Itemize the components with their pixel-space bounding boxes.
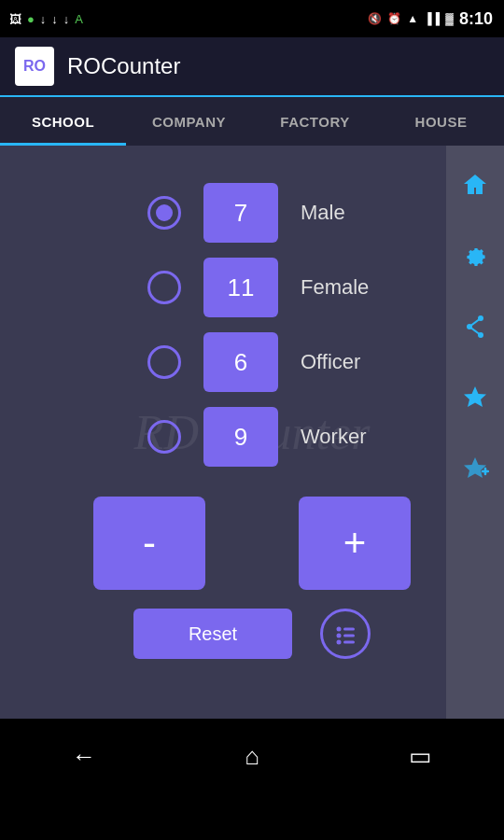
counter-value-worker: 9 — [203, 407, 278, 467]
share-icon — [462, 314, 488, 340]
tab-school[interactable]: SCHOOL — [0, 97, 126, 146]
counter-value-officer: 6 — [203, 332, 278, 392]
status-bar: 🖼 ● ↓ ↓ ↓ A 🔇 ⏰ ▲ ▐▐ ▓ 8:10 — [0, 0, 504, 37]
download2-status-icon: ↓ — [51, 12, 58, 26]
counter-label-female: Female — [301, 275, 385, 300]
gear-icon — [461, 242, 489, 270]
radio-female[interactable] — [147, 271, 181, 304]
svg-line-10 — [469, 327, 481, 335]
list-icon — [332, 621, 358, 647]
counter-rows: 7 Male 11 Female 6 Officer 9 Worker — [119, 183, 385, 467]
side-settings-button[interactable] — [450, 222, 500, 289]
main-content: RD Counter 7 Male 11 Female 6 Officer 9 … — [0, 146, 504, 719]
svg-rect-1 — [343, 628, 355, 631]
leaf-status-icon: ● — [27, 12, 35, 26]
increment-button[interactable]: + — [299, 497, 411, 590]
status-time: 8:10 — [459, 9, 493, 29]
status-right-info: 🔇 ⏰ ▲ ▐▐ ▓ 8:10 — [368, 9, 493, 29]
control-buttons: - + — [93, 497, 411, 590]
side-share-button[interactable] — [450, 293, 500, 360]
recent-button[interactable]: ▭ — [392, 733, 448, 779]
counter-value-male: 7 — [203, 183, 278, 243]
tab-house[interactable]: HOUSE — [378, 97, 504, 146]
counter-row-female: 11 Female — [119, 258, 385, 317]
home-icon — [461, 171, 489, 199]
counter-label-worker: Worker — [301, 425, 385, 449]
reset-row: Reset — [133, 609, 371, 659]
image-status-icon: 🖼 — [9, 12, 21, 26]
wifi-icon: ▲ — [407, 12, 418, 25]
mute-icon: 🔇 — [368, 12, 382, 25]
svg-marker-12 — [464, 457, 486, 478]
svg-point-0 — [337, 627, 342, 632]
status-left-icons: 🖼 ● ↓ ↓ ↓ A — [9, 12, 83, 26]
list-icon-button[interactable] — [320, 609, 371, 659]
counter-row-male: 7 Male — [119, 183, 385, 243]
counter-value-female: 11 — [203, 258, 278, 317]
counter-label-male: Male — [301, 201, 385, 225]
decrement-button[interactable]: - — [93, 497, 205, 590]
side-star-button[interactable] — [450, 364, 500, 431]
star-icon — [461, 384, 489, 412]
app-title: ROCounter — [67, 53, 180, 79]
side-star-add-button[interactable] — [450, 435, 500, 502]
download3-status-icon: ↓ — [63, 12, 70, 26]
svg-point-4 — [337, 640, 342, 645]
android-status-icon: A — [75, 12, 83, 26]
radio-male[interactable] — [147, 196, 181, 230]
download-status-icon: ↓ — [40, 12, 47, 26]
tab-factory[interactable]: FACTORY — [252, 97, 378, 146]
side-home-button[interactable] — [450, 151, 500, 218]
battery-icon: ▓ — [445, 12, 454, 25]
side-panel — [446, 146, 504, 719]
bottom-nav: ← ⌂ ▭ — [0, 719, 504, 803]
svg-rect-3 — [343, 635, 355, 637]
app-header: RO ROCounter — [0, 37, 504, 97]
counter-row-worker: 9 Worker — [119, 407, 385, 467]
back-button[interactable]: ← — [56, 733, 112, 779]
tab-company[interactable]: COMPANY — [126, 97, 252, 146]
home-button[interactable]: ⌂ — [224, 733, 280, 779]
svg-marker-11 — [464, 386, 486, 407]
reset-button[interactable]: Reset — [133, 609, 292, 659]
svg-line-9 — [469, 318, 481, 327]
tab-bar: SCHOOL COMPANY FACTORY HOUSE — [0, 97, 504, 146]
radio-worker[interactable] — [147, 420, 181, 454]
signal-icon: ▐▐ — [424, 12, 440, 25]
app-logo: RO — [15, 47, 54, 86]
clock-icon: ⏰ — [387, 12, 401, 25]
radio-officer[interactable] — [147, 345, 181, 379]
counter-row-officer: 6 Officer — [119, 332, 385, 392]
counter-label-officer: Officer — [301, 350, 385, 374]
svg-rect-5 — [343, 641, 355, 644]
star-add-icon — [461, 455, 489, 483]
svg-point-2 — [337, 634, 342, 638]
